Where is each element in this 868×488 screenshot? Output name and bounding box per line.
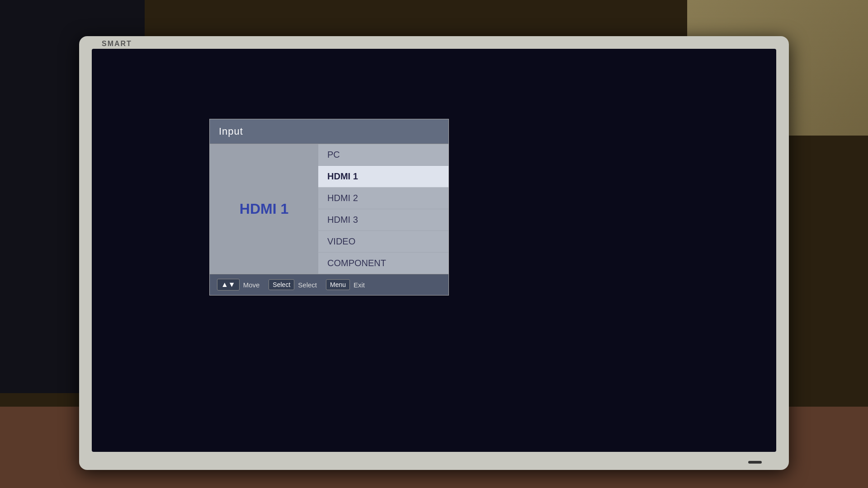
menu-title: Input — [219, 126, 243, 137]
select-badge-label: Select — [273, 281, 290, 288]
menu-preview: HDMI 1 — [210, 144, 318, 274]
select-label: Select — [298, 281, 317, 289]
input-item-pc[interactable]: PC — [318, 144, 448, 166]
exit-label: Exit — [354, 281, 365, 289]
input-item-hdmi3[interactable]: HDMI 3 — [318, 209, 448, 231]
menu-badge-label: Menu — [330, 281, 346, 288]
menu-input-list: PC HDMI 1 HDMI 2 HDMI 3 VIDEO COMPONENT — [318, 144, 448, 274]
input-item-hdmi2[interactable]: HDMI 2 — [318, 188, 448, 209]
menu-title-bar: Input — [210, 119, 448, 144]
input-item-video[interactable]: VIDEO — [318, 231, 448, 253]
menu-body: HDMI 1 PC HDMI 1 HDMI 2 HDMI 3 VIDEO COM… — [210, 144, 448, 274]
power-indicator — [748, 461, 762, 464]
preview-current-input: HDMI 1 — [240, 201, 288, 217]
osd-menu: Input HDMI 1 PC HDMI 1 HDMI 2 HDMI 3 VID… — [209, 119, 449, 296]
move-badge: ▲▼ — [217, 279, 240, 291]
menu-bottom-bar: ▲▼ Move Select Select Menu Exit — [210, 274, 448, 295]
menu-panel: Input HDMI 1 PC HDMI 1 HDMI 2 HDMI 3 VID… — [209, 119, 449, 296]
up-down-arrow-icon: ▲▼ — [221, 281, 236, 289]
move-label: Move — [243, 281, 260, 289]
smart-logo: SMART — [102, 40, 132, 48]
menu-badge[interactable]: Menu — [326, 279, 350, 290]
tv-display: SMART Input HDMI 1 PC — [79, 36, 789, 470]
input-item-hdmi1[interactable]: HDMI 1 — [318, 166, 448, 188]
input-item-component[interactable]: COMPONENT — [318, 253, 448, 274]
tv-screen: Input HDMI 1 PC HDMI 1 HDMI 2 HDMI 3 VID… — [92, 49, 776, 452]
select-badge[interactable]: Select — [269, 279, 294, 290]
